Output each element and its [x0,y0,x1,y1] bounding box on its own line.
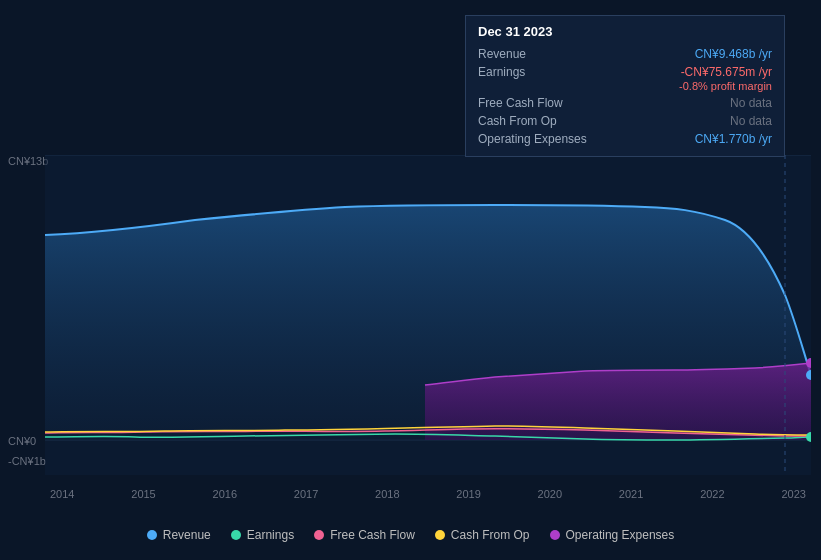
legend: Revenue Earnings Free Cash Flow Cash Fro… [0,528,821,542]
x-label-2015: 2015 [131,488,155,500]
legend-dot-opex [550,530,560,540]
x-label-2020: 2020 [538,488,562,500]
x-label-2022: 2022 [700,488,724,500]
legend-opex[interactable]: Operating Expenses [550,528,675,542]
x-label-2021: 2021 [619,488,643,500]
tooltip-label-earnings: Earnings [478,65,608,79]
legend-label-cashfromop: Cash From Op [451,528,530,542]
y-axis-bottom: -CN¥1b [8,455,46,467]
tooltip-value-revenue: CN¥9.468b /yr [695,47,772,61]
tooltip-value-earnings: -CN¥75.675m /yr [679,65,772,79]
tooltip-value-opex: CN¥1.770b /yr [695,132,772,146]
tooltip-row-cashfromop: Cash From Op No data [478,112,772,130]
legend-label-fcf: Free Cash Flow [330,528,415,542]
legend-label-earnings: Earnings [247,528,294,542]
legend-fcf[interactable]: Free Cash Flow [314,528,415,542]
legend-cashfromop[interactable]: Cash From Op [435,528,530,542]
legend-dot-revenue [147,530,157,540]
tooltip-date: Dec 31 2023 [478,24,772,39]
legend-dot-earnings [231,530,241,540]
tooltip-row-opex: Operating Expenses CN¥1.770b /yr [478,130,772,148]
tooltip-label-fcf: Free Cash Flow [478,96,608,110]
x-label-2016: 2016 [213,488,237,500]
tooltip-label-revenue: Revenue [478,47,608,61]
chart-container: Dec 31 2023 Revenue CN¥9.468b /yr Earnin… [0,0,821,560]
x-axis: 2014 2015 2016 2017 2018 2019 2020 2021 … [45,488,811,500]
tooltip-label-opex: Operating Expenses [478,132,608,146]
tooltip-value-fcf: No data [730,96,772,110]
tooltip-profit-margin: -0.8% profit margin [679,80,772,92]
x-label-2019: 2019 [456,488,480,500]
legend-dot-fcf [314,530,324,540]
tooltip-label-cashfromop: Cash From Op [478,114,608,128]
legend-label-opex: Operating Expenses [566,528,675,542]
x-label-2017: 2017 [294,488,318,500]
y-axis-top: CN¥13b [8,155,48,167]
legend-dot-cashfromop [435,530,445,540]
tooltip: Dec 31 2023 Revenue CN¥9.468b /yr Earnin… [465,15,785,157]
legend-label-revenue: Revenue [163,528,211,542]
x-label-2023: 2023 [781,488,805,500]
y-axis-mid: CN¥0 [8,435,36,447]
chart-svg [45,155,811,475]
tooltip-row-fcf: Free Cash Flow No data [478,94,772,112]
legend-revenue[interactable]: Revenue [147,528,211,542]
x-label-2018: 2018 [375,488,399,500]
tooltip-value-cashfromop: No data [730,114,772,128]
legend-earnings[interactable]: Earnings [231,528,294,542]
tooltip-row-earnings: Earnings -CN¥75.675m /yr -0.8% profit ma… [478,63,772,94]
x-label-2014: 2014 [50,488,74,500]
tooltip-row-revenue: Revenue CN¥9.468b /yr [478,45,772,63]
